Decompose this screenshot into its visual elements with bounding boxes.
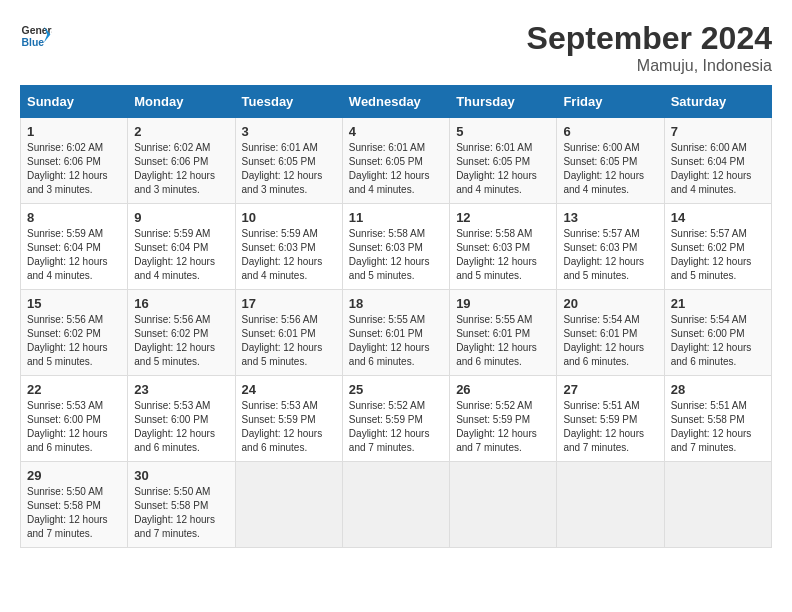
day-cell bbox=[557, 462, 664, 548]
week-row-2: 8Sunrise: 5:59 AM Sunset: 6:04 PM Daylig… bbox=[21, 204, 772, 290]
month-title: September 2024 bbox=[527, 20, 772, 57]
day-cell: 7Sunrise: 6:00 AM Sunset: 6:04 PM Daylig… bbox=[664, 118, 771, 204]
day-detail: Sunrise: 5:52 AM Sunset: 5:59 PM Dayligh… bbox=[456, 399, 550, 455]
day-detail: Sunrise: 6:01 AM Sunset: 6:05 PM Dayligh… bbox=[242, 141, 336, 197]
day-detail: Sunrise: 5:59 AM Sunset: 6:04 PM Dayligh… bbox=[134, 227, 228, 283]
day-detail: Sunrise: 5:55 AM Sunset: 6:01 PM Dayligh… bbox=[349, 313, 443, 369]
logo: General Blue bbox=[20, 20, 52, 52]
day-number: 29 bbox=[27, 468, 121, 483]
day-detail: Sunrise: 6:00 AM Sunset: 6:04 PM Dayligh… bbox=[671, 141, 765, 197]
day-cell bbox=[235, 462, 342, 548]
day-cell: 28Sunrise: 5:51 AM Sunset: 5:58 PM Dayli… bbox=[664, 376, 771, 462]
day-cell: 26Sunrise: 5:52 AM Sunset: 5:59 PM Dayli… bbox=[450, 376, 557, 462]
day-cell: 17Sunrise: 5:56 AM Sunset: 6:01 PM Dayli… bbox=[235, 290, 342, 376]
day-cell: 6Sunrise: 6:00 AM Sunset: 6:05 PM Daylig… bbox=[557, 118, 664, 204]
day-detail: Sunrise: 5:56 AM Sunset: 6:02 PM Dayligh… bbox=[27, 313, 121, 369]
day-number: 21 bbox=[671, 296, 765, 311]
header-row: SundayMondayTuesdayWednesdayThursdayFrid… bbox=[21, 86, 772, 118]
day-number: 12 bbox=[456, 210, 550, 225]
day-number: 22 bbox=[27, 382, 121, 397]
day-cell: 2Sunrise: 6:02 AM Sunset: 6:06 PM Daylig… bbox=[128, 118, 235, 204]
day-detail: Sunrise: 5:58 AM Sunset: 6:03 PM Dayligh… bbox=[456, 227, 550, 283]
day-detail: Sunrise: 5:59 AM Sunset: 6:04 PM Dayligh… bbox=[27, 227, 121, 283]
day-detail: Sunrise: 5:59 AM Sunset: 6:03 PM Dayligh… bbox=[242, 227, 336, 283]
day-detail: Sunrise: 5:56 AM Sunset: 6:02 PM Dayligh… bbox=[134, 313, 228, 369]
day-detail: Sunrise: 5:51 AM Sunset: 5:59 PM Dayligh… bbox=[563, 399, 657, 455]
day-number: 5 bbox=[456, 124, 550, 139]
day-detail: Sunrise: 5:50 AM Sunset: 5:58 PM Dayligh… bbox=[134, 485, 228, 541]
day-number: 17 bbox=[242, 296, 336, 311]
day-cell: 30Sunrise: 5:50 AM Sunset: 5:58 PM Dayli… bbox=[128, 462, 235, 548]
page-header: General Blue September 2024 Mamuju, Indo… bbox=[20, 20, 772, 75]
day-cell: 20Sunrise: 5:54 AM Sunset: 6:01 PM Dayli… bbox=[557, 290, 664, 376]
day-number: 15 bbox=[27, 296, 121, 311]
day-number: 13 bbox=[563, 210, 657, 225]
day-cell: 16Sunrise: 5:56 AM Sunset: 6:02 PM Dayli… bbox=[128, 290, 235, 376]
day-number: 10 bbox=[242, 210, 336, 225]
day-number: 14 bbox=[671, 210, 765, 225]
week-row-1: 1Sunrise: 6:02 AM Sunset: 6:06 PM Daylig… bbox=[21, 118, 772, 204]
day-detail: Sunrise: 6:00 AM Sunset: 6:05 PM Dayligh… bbox=[563, 141, 657, 197]
day-detail: Sunrise: 5:53 AM Sunset: 5:59 PM Dayligh… bbox=[242, 399, 336, 455]
day-number: 26 bbox=[456, 382, 550, 397]
day-detail: Sunrise: 5:55 AM Sunset: 6:01 PM Dayligh… bbox=[456, 313, 550, 369]
header-cell-sunday: Sunday bbox=[21, 86, 128, 118]
day-cell: 10Sunrise: 5:59 AM Sunset: 6:03 PM Dayli… bbox=[235, 204, 342, 290]
day-detail: Sunrise: 5:51 AM Sunset: 5:58 PM Dayligh… bbox=[671, 399, 765, 455]
header-cell-friday: Friday bbox=[557, 86, 664, 118]
day-number: 27 bbox=[563, 382, 657, 397]
day-detail: Sunrise: 5:54 AM Sunset: 6:01 PM Dayligh… bbox=[563, 313, 657, 369]
day-detail: Sunrise: 5:52 AM Sunset: 5:59 PM Dayligh… bbox=[349, 399, 443, 455]
header-cell-wednesday: Wednesday bbox=[342, 86, 449, 118]
day-detail: Sunrise: 6:02 AM Sunset: 6:06 PM Dayligh… bbox=[27, 141, 121, 197]
day-number: 18 bbox=[349, 296, 443, 311]
day-detail: Sunrise: 5:56 AM Sunset: 6:01 PM Dayligh… bbox=[242, 313, 336, 369]
day-cell: 19Sunrise: 5:55 AM Sunset: 6:01 PM Dayli… bbox=[450, 290, 557, 376]
day-cell: 18Sunrise: 5:55 AM Sunset: 6:01 PM Dayli… bbox=[342, 290, 449, 376]
location: Mamuju, Indonesia bbox=[527, 57, 772, 75]
day-detail: Sunrise: 6:02 AM Sunset: 6:06 PM Dayligh… bbox=[134, 141, 228, 197]
day-detail: Sunrise: 5:53 AM Sunset: 6:00 PM Dayligh… bbox=[27, 399, 121, 455]
day-detail: Sunrise: 5:58 AM Sunset: 6:03 PM Dayligh… bbox=[349, 227, 443, 283]
day-cell: 15Sunrise: 5:56 AM Sunset: 6:02 PM Dayli… bbox=[21, 290, 128, 376]
day-cell: 12Sunrise: 5:58 AM Sunset: 6:03 PM Dayli… bbox=[450, 204, 557, 290]
day-cell: 25Sunrise: 5:52 AM Sunset: 5:59 PM Dayli… bbox=[342, 376, 449, 462]
day-number: 9 bbox=[134, 210, 228, 225]
day-detail: Sunrise: 5:57 AM Sunset: 6:03 PM Dayligh… bbox=[563, 227, 657, 283]
day-cell: 27Sunrise: 5:51 AM Sunset: 5:59 PM Dayli… bbox=[557, 376, 664, 462]
header-cell-saturday: Saturday bbox=[664, 86, 771, 118]
logo-icon: General Blue bbox=[20, 20, 52, 52]
day-number: 1 bbox=[27, 124, 121, 139]
day-detail: Sunrise: 5:53 AM Sunset: 6:00 PM Dayligh… bbox=[134, 399, 228, 455]
day-cell: 14Sunrise: 5:57 AM Sunset: 6:02 PM Dayli… bbox=[664, 204, 771, 290]
day-number: 25 bbox=[349, 382, 443, 397]
week-row-5: 29Sunrise: 5:50 AM Sunset: 5:58 PM Dayli… bbox=[21, 462, 772, 548]
day-number: 8 bbox=[27, 210, 121, 225]
day-cell: 21Sunrise: 5:54 AM Sunset: 6:00 PM Dayli… bbox=[664, 290, 771, 376]
day-cell: 3Sunrise: 6:01 AM Sunset: 6:05 PM Daylig… bbox=[235, 118, 342, 204]
day-cell: 1Sunrise: 6:02 AM Sunset: 6:06 PM Daylig… bbox=[21, 118, 128, 204]
week-row-3: 15Sunrise: 5:56 AM Sunset: 6:02 PM Dayli… bbox=[21, 290, 772, 376]
day-number: 30 bbox=[134, 468, 228, 483]
day-number: 23 bbox=[134, 382, 228, 397]
day-cell: 11Sunrise: 5:58 AM Sunset: 6:03 PM Dayli… bbox=[342, 204, 449, 290]
day-detail: Sunrise: 6:01 AM Sunset: 6:05 PM Dayligh… bbox=[456, 141, 550, 197]
day-number: 3 bbox=[242, 124, 336, 139]
day-cell: 9Sunrise: 5:59 AM Sunset: 6:04 PM Daylig… bbox=[128, 204, 235, 290]
day-cell: 22Sunrise: 5:53 AM Sunset: 6:00 PM Dayli… bbox=[21, 376, 128, 462]
day-detail: Sunrise: 5:54 AM Sunset: 6:00 PM Dayligh… bbox=[671, 313, 765, 369]
day-cell: 24Sunrise: 5:53 AM Sunset: 5:59 PM Dayli… bbox=[235, 376, 342, 462]
day-number: 6 bbox=[563, 124, 657, 139]
header-cell-tuesday: Tuesday bbox=[235, 86, 342, 118]
day-detail: Sunrise: 5:57 AM Sunset: 6:02 PM Dayligh… bbox=[671, 227, 765, 283]
header-cell-thursday: Thursday bbox=[450, 86, 557, 118]
week-row-4: 22Sunrise: 5:53 AM Sunset: 6:00 PM Dayli… bbox=[21, 376, 772, 462]
calendar-table: SundayMondayTuesdayWednesdayThursdayFrid… bbox=[20, 85, 772, 548]
day-number: 4 bbox=[349, 124, 443, 139]
day-number: 2 bbox=[134, 124, 228, 139]
header-cell-monday: Monday bbox=[128, 86, 235, 118]
day-cell: 29Sunrise: 5:50 AM Sunset: 5:58 PM Dayli… bbox=[21, 462, 128, 548]
day-cell: 13Sunrise: 5:57 AM Sunset: 6:03 PM Dayli… bbox=[557, 204, 664, 290]
day-cell bbox=[342, 462, 449, 548]
day-number: 11 bbox=[349, 210, 443, 225]
